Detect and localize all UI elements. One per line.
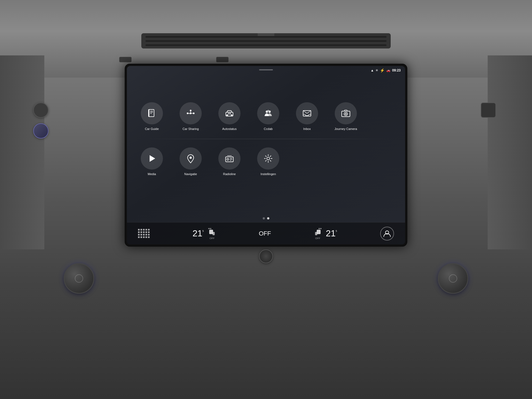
profile-icon bbox=[383, 230, 391, 237]
app-car-sharing[interactable]: Car Sharing bbox=[174, 102, 207, 131]
autostatus-icon-circle[interactable] bbox=[218, 102, 241, 124]
svg-rect-16 bbox=[228, 113, 231, 114]
grid-dot bbox=[143, 234, 145, 236]
home-button[interactable] bbox=[259, 249, 273, 263]
vent-tab bbox=[258, 33, 274, 36]
svg-point-14 bbox=[226, 114, 228, 116]
journey-camera-icon-circle[interactable] bbox=[335, 102, 357, 124]
temp-left-number: 21 bbox=[193, 228, 203, 239]
screen-bezel: ▲ ✳ ⚡ 🚗 09:23 bbox=[125, 64, 407, 247]
grid-dot bbox=[140, 231, 142, 233]
bluetooth-icon: ⚡ bbox=[380, 68, 385, 73]
page-dot-1[interactable] bbox=[263, 217, 265, 219]
svg-point-15 bbox=[231, 114, 232, 116]
radioline-label: Radioline bbox=[223, 172, 236, 176]
app-ccdab[interactable]: Ccdab bbox=[252, 102, 285, 131]
svg-point-17 bbox=[266, 111, 268, 113]
instellingen-icon-circle[interactable] bbox=[257, 147, 279, 170]
grid-dot bbox=[148, 236, 150, 238]
svg-point-28 bbox=[227, 159, 228, 160]
right-control-group bbox=[481, 103, 496, 118]
journey-camera-label: Journey Camera bbox=[334, 127, 357, 131]
side-panel-left bbox=[0, 55, 44, 249]
profile-button[interactable] bbox=[380, 227, 394, 241]
car-guide-label: Car Guide bbox=[145, 127, 159, 131]
control-button-top[interactable] bbox=[33, 103, 48, 118]
app-autostatus[interactable]: Autostatus bbox=[213, 102, 246, 131]
home-button-area bbox=[259, 249, 273, 263]
seat-left-icon bbox=[208, 227, 216, 236]
grid-dot bbox=[145, 231, 147, 233]
book-icon bbox=[147, 108, 157, 118]
infotainment-screen-wrapper: ▲ ✳ ⚡ 🚗 09:23 bbox=[125, 64, 407, 247]
svg-point-25 bbox=[190, 157, 192, 159]
car-sharing-icon-circle[interactable] bbox=[180, 102, 202, 124]
car-guide-icon-circle[interactable] bbox=[141, 102, 163, 124]
radioline-icon-circle[interactable] bbox=[218, 147, 241, 170]
row-divider bbox=[144, 139, 388, 139]
ccdab-label: Ccdab bbox=[264, 127, 273, 131]
temp-right-decimal: ⁵ bbox=[336, 229, 337, 234]
vent-slat bbox=[145, 44, 387, 46]
svg-point-19 bbox=[268, 110, 269, 111]
vent-slat bbox=[145, 40, 387, 42]
right-knob[interactable] bbox=[438, 263, 468, 294]
car-sharing-label: Car Sharing bbox=[183, 127, 199, 131]
inbox-icon-circle[interactable] bbox=[296, 102, 318, 124]
media-label: Media bbox=[148, 172, 156, 176]
climate-right-group: OFF 21⁵ bbox=[314, 227, 337, 240]
ccdab-icon-circle[interactable] bbox=[257, 102, 279, 124]
app-media[interactable]: Media bbox=[135, 147, 168, 176]
svg-rect-1 bbox=[149, 109, 149, 117]
vent-button-right[interactable] bbox=[216, 57, 229, 62]
app-journey-camera[interactable]: Journey Camera bbox=[329, 102, 362, 131]
right-control-button[interactable] bbox=[481, 103, 496, 118]
grid-dots-icon bbox=[138, 229, 150, 238]
grid-dot bbox=[148, 229, 150, 231]
autostatus-label: Autostatus bbox=[222, 127, 237, 131]
seat-right-icon bbox=[314, 227, 322, 236]
page-dot-2[interactable] bbox=[267, 217, 269, 219]
svg-point-23 bbox=[345, 113, 347, 114]
seat-heat-left[interactable]: OFF bbox=[208, 227, 216, 240]
temp-left-value: 21⁵ bbox=[193, 228, 204, 239]
instellingen-label: Instellingen bbox=[260, 172, 276, 176]
menu-grid-button[interactable] bbox=[138, 229, 150, 238]
temp-right-display[interactable]: 21⁵ bbox=[326, 228, 337, 239]
apps-row-2: Media Navigatie bbox=[135, 147, 397, 176]
seat-heat-right[interactable]: OFF bbox=[314, 227, 322, 240]
app-inbox[interactable]: Inbox bbox=[290, 102, 324, 131]
climate-left-group: 21⁵ OFF bbox=[193, 227, 216, 240]
page-dots bbox=[127, 214, 405, 222]
vent-slat bbox=[145, 36, 387, 38]
vent-button-left[interactable] bbox=[119, 57, 132, 62]
grid-dot bbox=[148, 231, 150, 233]
radio-icon bbox=[224, 154, 234, 163]
car-status-icon: 🚗 bbox=[386, 68, 390, 72]
temp-right-number: 21 bbox=[326, 228, 336, 239]
app-car-guide[interactable]: Car Guide bbox=[135, 102, 168, 131]
grid-dot bbox=[143, 236, 145, 238]
app-navigatie[interactable]: Navigatie bbox=[174, 147, 207, 176]
apps-grid: Car Guide bbox=[127, 66, 405, 214]
app-radioline[interactable]: Radioline bbox=[213, 147, 246, 176]
status-bar: ▲ ✳ ⚡ 🚗 09:23 bbox=[370, 68, 401, 73]
grid-dot bbox=[140, 234, 142, 236]
temp-left-display[interactable]: 21⁵ bbox=[193, 228, 204, 239]
grid-dot bbox=[145, 229, 147, 231]
app-instellingen[interactable]: Instellingen bbox=[252, 147, 285, 176]
settings-icon bbox=[263, 154, 273, 163]
climate-off-display[interactable]: OFF bbox=[259, 230, 271, 237]
grid-dot bbox=[145, 236, 147, 238]
asterisk-icon: ✳ bbox=[375, 68, 378, 72]
media-icon-circle[interactable] bbox=[141, 147, 163, 170]
side-panel-right bbox=[488, 55, 532, 249]
off-label-text: OFF bbox=[259, 230, 271, 237]
left-knob[interactable] bbox=[64, 263, 94, 294]
control-button-bottom[interactable] bbox=[33, 123, 48, 139]
navigatie-icon-circle[interactable] bbox=[180, 147, 202, 170]
svg-marker-24 bbox=[150, 155, 155, 162]
vent-grille-top bbox=[141, 33, 391, 48]
grid-dot bbox=[148, 234, 150, 236]
grid-dot bbox=[138, 234, 140, 236]
